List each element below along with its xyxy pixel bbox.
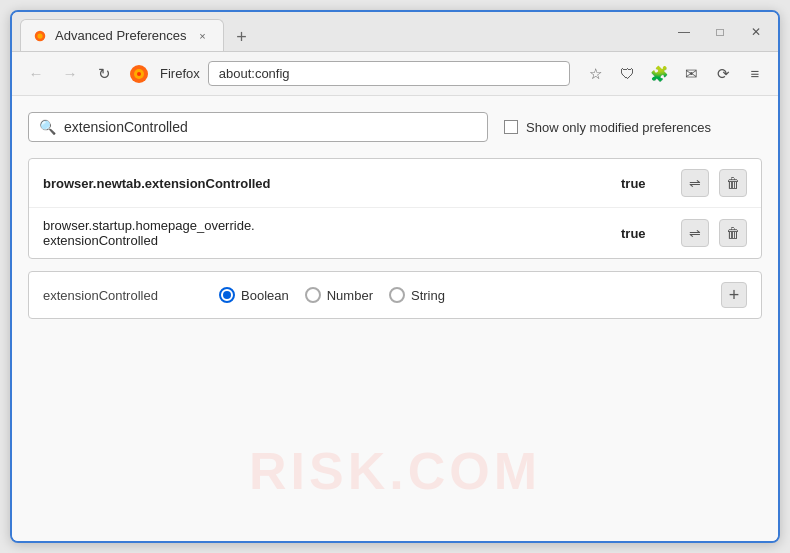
radio-boolean[interactable]: Boolean <box>219 287 289 303</box>
shield-icon[interactable]: 🛡 <box>614 61 640 87</box>
account-icon[interactable]: ⟳ <box>710 61 736 87</box>
pref-name-2: browser.startup.homepage_override. exten… <box>43 218 621 248</box>
radio-number[interactable]: Number <box>305 287 373 303</box>
active-tab[interactable]: Advanced Preferences × <box>20 19 224 51</box>
browser-window: Advanced Preferences × + — □ ✕ ← → ↻ Fir… <box>10 10 780 543</box>
back-button[interactable]: ← <box>22 60 50 88</box>
radio-boolean-label: Boolean <box>241 288 289 303</box>
tab-close-button[interactable]: × <box>195 28 211 44</box>
tab-title: Advanced Preferences <box>55 28 187 43</box>
navigation-bar: ← → ↻ Firefox about:config ☆ 🛡 🧩 <box>12 52 778 96</box>
toggle-icon-1: ⇌ <box>689 175 701 191</box>
toggle-icon-2: ⇌ <box>689 225 701 241</box>
address-text: about:config <box>219 66 290 81</box>
delete-button-1[interactable]: 🗑 <box>719 169 747 197</box>
watermark: RISK.COM <box>249 441 541 501</box>
delete-icon-2: 🗑 <box>726 225 740 241</box>
mail-icon[interactable]: ✉ <box>678 61 704 87</box>
row-actions-1: ⇌ 🗑 <box>681 169 747 197</box>
forward-button[interactable]: → <box>56 60 84 88</box>
radio-boolean-circle <box>219 287 235 303</box>
close-button[interactable]: ✕ <box>742 22 770 42</box>
search-box[interactable]: 🔍 extensionControlled <box>28 112 488 142</box>
table-row: browser.startup.homepage_override. exten… <box>29 208 761 258</box>
search-row: 🔍 extensionControlled Show only modified… <box>28 112 762 142</box>
pref-value-1: true <box>621 176 661 191</box>
extension-icon[interactable]: 🧩 <box>646 61 672 87</box>
show-modified-checkbox-row[interactable]: Show only modified preferences <box>504 120 711 135</box>
delete-button-2[interactable]: 🗑 <box>719 219 747 247</box>
browser-name-label: Firefox <box>160 66 200 81</box>
add-preference-button[interactable]: + <box>721 282 747 308</box>
maximize-button[interactable]: □ <box>706 22 734 42</box>
reload-icon: ↻ <box>98 65 111 83</box>
add-preference-row: extensionControlled Boolean Number Strin… <box>28 271 762 319</box>
radio-string-label: String <box>411 288 445 303</box>
forward-icon: → <box>63 65 78 82</box>
toggle-button-2[interactable]: ⇌ <box>681 219 709 247</box>
pref-value-2: true <box>621 226 661 241</box>
new-tab-button[interactable]: + <box>228 23 256 51</box>
show-modified-label: Show only modified preferences <box>526 120 711 135</box>
toggle-button-1[interactable]: ⇌ <box>681 169 709 197</box>
delete-icon-1: 🗑 <box>726 175 740 191</box>
radio-string-circle <box>389 287 405 303</box>
new-pref-name: extensionControlled <box>43 288 203 303</box>
nav-icon-group: ☆ 🛡 🧩 ✉ ⟳ ≡ <box>582 61 768 87</box>
search-icon: 🔍 <box>39 119 56 135</box>
pref-name-1: browser.newtab.extensionControlled <box>43 176 621 191</box>
search-input[interactable]: extensionControlled <box>64 119 188 135</box>
back-icon: ← <box>29 65 44 82</box>
type-radio-group: Boolean Number String <box>219 287 445 303</box>
radio-number-label: Number <box>327 288 373 303</box>
show-modified-checkbox[interactable] <box>504 120 518 134</box>
svg-point-4 <box>137 72 141 76</box>
address-bar[interactable]: about:config <box>208 61 570 86</box>
content-area: RISK.COM 🔍 extensionControlled Show only… <box>12 96 778 541</box>
tab-area: Advanced Preferences × + <box>20 12 670 51</box>
radio-number-circle <box>305 287 321 303</box>
menu-icon[interactable]: ≡ <box>742 61 768 87</box>
row-actions-2: ⇌ 🗑 <box>681 219 747 247</box>
radio-string[interactable]: String <box>389 287 445 303</box>
svg-point-1 <box>37 33 42 38</box>
tab-favicon-icon <box>33 29 47 43</box>
firefox-logo-icon <box>128 63 150 85</box>
minimize-button[interactable]: — <box>670 22 698 42</box>
bookmark-icon[interactable]: ☆ <box>582 61 608 87</box>
window-controls: — □ ✕ <box>670 22 770 42</box>
results-table: browser.newtab.extensionControlled true … <box>28 158 762 259</box>
table-row: browser.newtab.extensionControlled true … <box>29 159 761 208</box>
reload-button[interactable]: ↻ <box>90 60 118 88</box>
title-bar: Advanced Preferences × + — □ ✕ <box>12 12 778 52</box>
